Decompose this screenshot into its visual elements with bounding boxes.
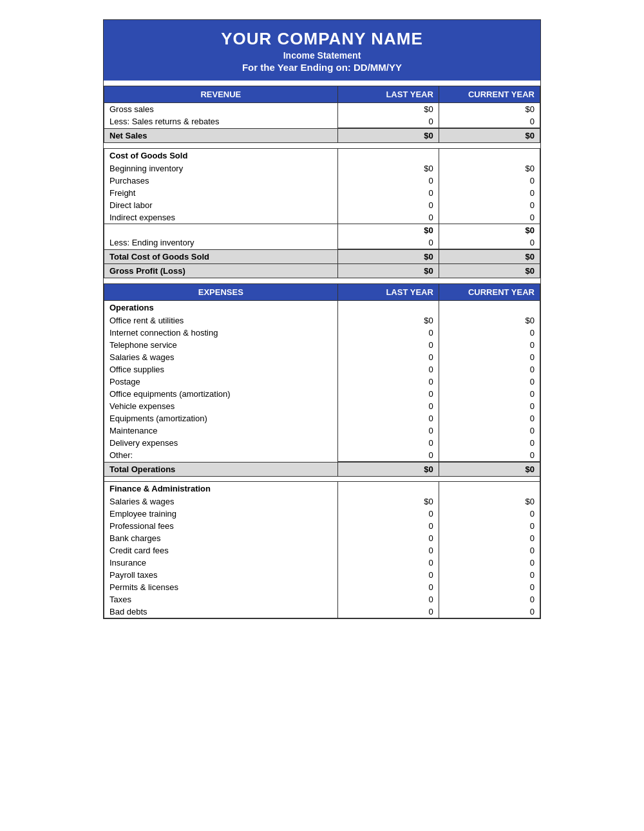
taxes-label: Taxes	[104, 593, 338, 606]
vehicle-expenses-last-year: 0	[337, 400, 439, 412]
expenses-header-label: EXPENSES	[104, 284, 338, 301]
total-operations-row: Total Operations $0 $0	[104, 462, 540, 477]
maintenance-label: Maintenance	[104, 425, 338, 437]
other-last-year: 0	[337, 449, 439, 462]
postage-label: Postage	[104, 376, 338, 388]
operations-current-year-empty	[439, 301, 540, 315]
purchases-current-year: 0	[439, 175, 540, 187]
freight-current-year: 0	[439, 187, 540, 199]
total-operations-label: Total Operations	[104, 462, 338, 477]
beginning-inventory-last-year: $0	[337, 162, 439, 175]
purchases-row: Purchases 0 0	[104, 175, 540, 187]
purchases-label: Purchases	[104, 175, 338, 187]
operations-label-row: Operations	[104, 301, 540, 315]
bank-charges-label: Bank charges	[104, 532, 338, 544]
maintenance-row: Maintenance 0 0	[104, 425, 540, 437]
office-rent-last-year: $0	[337, 314, 439, 327]
fin-salaries-last-year: $0	[337, 495, 439, 508]
equipment-amort-current-year: 0	[439, 412, 540, 425]
freight-last-year: 0	[337, 187, 439, 199]
net-sales-last-year: $0	[337, 128, 439, 143]
cogs-subtotal-row: $0 $0	[104, 224, 540, 237]
indirect-expenses-row: Indirect expenses 0 0	[104, 211, 540, 224]
sales-returns-label: Less: Sales returns & rebates	[104, 115, 338, 128]
gross-sales-row: Gross sales $0 $0	[104, 103, 540, 116]
gap-1	[104, 81, 540, 86]
office-supplies-last-year: 0	[337, 363, 439, 376]
other-label: Other:	[104, 449, 338, 462]
taxes-row: Taxes 0 0	[104, 593, 540, 606]
expenses-header-row: EXPENSES LAST YEAR CURRENT YEAR	[104, 284, 540, 301]
equipment-amort-last-year: 0	[337, 412, 439, 425]
credit-card-fees-row: Credit card fees 0 0	[104, 544, 540, 557]
office-equipment-current-year: 0	[439, 388, 540, 400]
cogs-header-row: Cost of Goods Sold	[104, 149, 540, 163]
finance-last-year-empty	[337, 482, 439, 496]
gross-sales-last-year: $0	[337, 103, 439, 116]
equipment-amort-label: Equipments (amortization)	[104, 412, 338, 425]
revenue-table: REVENUE LAST YEAR CURRENT YEAR Gross sal…	[104, 86, 540, 143]
revenue-header-row: REVENUE LAST YEAR CURRENT YEAR	[104, 86, 540, 103]
operations-label: Operations	[104, 301, 338, 315]
total-operations-current-year: $0	[439, 462, 540, 477]
delivery-expenses-last-year: 0	[337, 437, 439, 449]
finance-label: Finance & Administration	[104, 482, 338, 496]
insurance-last-year: 0	[337, 557, 439, 569]
finance-gap	[104, 477, 540, 482]
internet-current-year: 0	[439, 327, 540, 339]
salaries-wages-ops-last-year: 0	[337, 351, 439, 363]
cogs-subtotal-last-year: $0	[337, 224, 439, 237]
gross-profit-label: Gross Profit (Loss)	[104, 264, 338, 278]
direct-labor-row: Direct labor 0 0	[104, 199, 540, 211]
revenue-current-year-header: CURRENT YEAR	[439, 86, 540, 103]
total-cogs-last-year: $0	[337, 249, 439, 264]
report-subtitle: Income Statement	[110, 50, 534, 61]
payroll-taxes-current-year: 0	[439, 569, 540, 581]
bad-debts-last-year: 0	[337, 606, 439, 618]
vehicle-expenses-current-year: 0	[439, 400, 540, 412]
sales-returns-row: Less: Sales returns & rebates 0 0	[104, 115, 540, 128]
gross-profit-current-year: $0	[439, 264, 540, 278]
telephone-last-year: 0	[337, 339, 439, 351]
gross-profit-last-year: $0	[337, 264, 439, 278]
other-row: Other: 0 0	[104, 449, 540, 462]
professional-fees-row: Professional fees 0 0	[104, 520, 540, 532]
report-container: YOUR COMPANY NAME Income Statement For t…	[103, 19, 541, 619]
fin-salaries-row: Salaries & wages $0 $0	[104, 495, 540, 508]
finance-current-year-empty	[439, 482, 540, 496]
equipment-amort-row: Equipments (amortization) 0 0	[104, 412, 540, 425]
total-operations-last-year: $0	[337, 462, 439, 477]
total-cogs-current-year: $0	[439, 249, 540, 264]
insurance-current-year: 0	[439, 557, 540, 569]
bank-charges-current-year: 0	[439, 532, 540, 544]
cogs-last-year-empty	[337, 149, 439, 163]
internet-label: Internet connection & hosting	[104, 327, 338, 339]
permits-licenses-last-year: 0	[337, 581, 439, 593]
indirect-expenses-label: Indirect expenses	[104, 211, 338, 224]
salaries-wages-ops-label: Salaries & wages	[104, 351, 338, 363]
office-rent-row: Office rent & utilities $0 $0	[104, 314, 540, 327]
gross-profit-row: Gross Profit (Loss) $0 $0	[104, 264, 540, 278]
telephone-label: Telephone service	[104, 339, 338, 351]
sales-returns-last-year: 0	[337, 115, 439, 128]
postage-row: Postage 0 0	[104, 376, 540, 388]
expenses-current-year-header: CURRENT YEAR	[439, 284, 540, 301]
office-equipment-label: Office equipments (amortization)	[104, 388, 338, 400]
internet-last-year: 0	[337, 327, 439, 339]
bad-debts-current-year: 0	[439, 606, 540, 618]
cogs-subtotal-empty	[104, 224, 338, 237]
expenses-last-year-header: LAST YEAR	[337, 284, 439, 301]
insurance-label: Insurance	[104, 557, 338, 569]
other-current-year: 0	[439, 449, 540, 462]
office-supplies-row: Office supplies 0 0	[104, 363, 540, 376]
postage-current-year: 0	[439, 376, 540, 388]
purchases-last-year: 0	[337, 175, 439, 187]
professional-fees-last-year: 0	[337, 520, 439, 532]
bank-charges-row: Bank charges 0 0	[104, 532, 540, 544]
gross-sales-label: Gross sales	[104, 103, 338, 116]
taxes-current-year: 0	[439, 593, 540, 606]
office-supplies-current-year: 0	[439, 363, 540, 376]
credit-card-fees-label: Credit card fees	[104, 544, 338, 557]
payroll-taxes-row: Payroll taxes 0 0	[104, 569, 540, 581]
direct-labor-label: Direct labor	[104, 199, 338, 211]
